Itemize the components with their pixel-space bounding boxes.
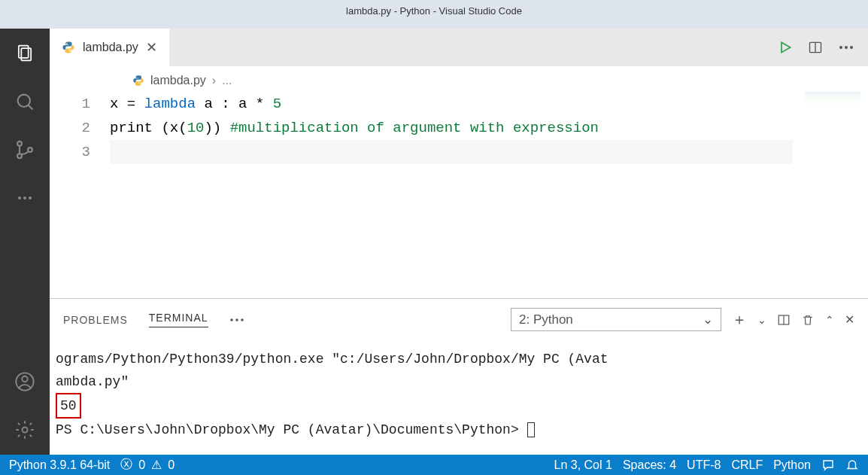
account-icon[interactable]: [14, 370, 36, 393]
menu-bar[interactable]: [0, 21, 868, 29]
svg-point-9: [29, 196, 32, 199]
chevron-up-icon[interactable]: ⌃: [825, 314, 834, 326]
status-indentation[interactable]: Spaces: 4: [623, 458, 676, 472]
code-editor[interactable]: 1 2 3 x = lambda a : a * 5 print (x(10))…: [50, 92, 868, 298]
editor-area: lambda.py ✕ lambda.py › ...: [50, 29, 868, 455]
notifications-icon[interactable]: [845, 458, 859, 472]
status-encoding[interactable]: UTF-8: [687, 458, 721, 472]
chevron-down-icon[interactable]: ⌄: [757, 314, 766, 326]
settings-gear-icon[interactable]: [14, 419, 36, 441]
chevron-right-icon: ›: [212, 74, 216, 87]
status-python-version[interactable]: Python 3.9.1 64-bit: [9, 458, 110, 472]
terminal-line: ambda.py": [56, 370, 862, 393]
python-file-icon: [62, 41, 75, 54]
status-language[interactable]: Python: [773, 458, 811, 472]
svg-point-2: [18, 95, 30, 107]
bottom-panel: PROBLEMS TERMINAL 2: Python ⌄ ＋ ⌄: [50, 298, 868, 455]
explorer-icon[interactable]: [14, 42, 36, 65]
split-terminal-icon[interactable]: [777, 313, 791, 327]
panel-more-icon[interactable]: [229, 318, 244, 322]
more-icon[interactable]: [14, 187, 36, 209]
svg-point-7: [18, 196, 21, 199]
terminal-selector-label: 2: Python: [519, 312, 573, 327]
svg-line-3: [29, 105, 33, 110]
svg-point-19: [230, 318, 233, 321]
trash-icon[interactable]: [801, 313, 815, 327]
tab-bar: lambda.py ✕: [50, 29, 868, 66]
search-icon[interactable]: [14, 90, 36, 113]
svg-point-11: [22, 376, 27, 382]
error-icon: ⓧ: [120, 457, 132, 473]
terminal-body[interactable]: ograms/Python/Python39/python.exe "c:/Us…: [50, 337, 868, 455]
new-terminal-icon[interactable]: ＋: [732, 309, 747, 330]
svg-rect-0: [19, 46, 29, 58]
code-line[interactable]: x = lambda a : a * 5: [110, 92, 793, 116]
svg-rect-1: [21, 48, 31, 60]
svg-point-12: [23, 428, 28, 433]
window-title: lambda.py - Python - Visual Studio Code: [346, 5, 522, 17]
split-editor-icon[interactable]: [808, 40, 823, 55]
svg-point-8: [23, 196, 26, 199]
terminal-prompt: PS C:\Users\John\Dropbox\My PC (Avatar)\…: [56, 422, 527, 437]
svg-point-4: [17, 142, 22, 146]
run-icon[interactable]: [778, 40, 793, 55]
python-file-icon: [132, 75, 144, 87]
svg-point-16: [839, 46, 842, 49]
svg-point-21: [241, 318, 244, 321]
svg-point-5: [17, 154, 22, 158]
editor-tab[interactable]: lambda.py ✕: [50, 29, 169, 66]
breadcrumb-filename: lambda.py: [150, 74, 206, 87]
terminal-cursor: [527, 422, 535, 437]
svg-point-18: [850, 46, 853, 49]
minimap[interactable]: [805, 92, 860, 107]
svg-marker-13: [782, 42, 791, 52]
code-line[interactable]: print (x(10)) #multiplication of argumen…: [110, 116, 793, 140]
status-eol[interactable]: CRLF: [731, 458, 763, 472]
terminal-tab[interactable]: TERMINAL: [149, 312, 208, 327]
close-tab-icon[interactable]: ✕: [146, 39, 157, 56]
svg-point-20: [235, 318, 238, 321]
terminal-selector[interactable]: 2: Python ⌄: [511, 308, 721, 331]
breadcrumb[interactable]: lambda.py › ...: [50, 66, 868, 92]
source-control-icon[interactable]: [14, 139, 36, 161]
status-bar: Python 3.9.1 64-bit ⓧ 0 ⚠ 0 Ln 3, Col 1 …: [0, 455, 868, 475]
title-bar: lambda.py - Python - Visual Studio Code: [0, 0, 868, 21]
line-gutter: 1 2 3: [50, 92, 110, 298]
close-panel-icon[interactable]: ✕: [845, 312, 854, 327]
feedback-icon[interactable]: [821, 458, 835, 472]
problems-tab[interactable]: PROBLEMS: [63, 314, 128, 326]
more-actions-icon[interactable]: [838, 45, 854, 50]
status-cursor-position[interactable]: Ln 3, Col 1: [554, 458, 612, 472]
code-line[interactable]: [110, 140, 793, 164]
activity-bar: [0, 29, 50, 455]
terminal-line: ograms/Python/Python39/python.exe "c:/Us…: [56, 348, 862, 370]
status-errors[interactable]: ⓧ 0 ⚠ 0: [120, 457, 175, 473]
svg-point-17: [845, 46, 848, 49]
breadcrumb-rest: ...: [222, 74, 232, 87]
terminal-output: 50: [56, 393, 81, 419]
tab-filename: lambda.py: [83, 41, 138, 54]
warning-icon: ⚠: [151, 458, 162, 472]
chevron-down-icon: ⌄: [703, 312, 713, 327]
